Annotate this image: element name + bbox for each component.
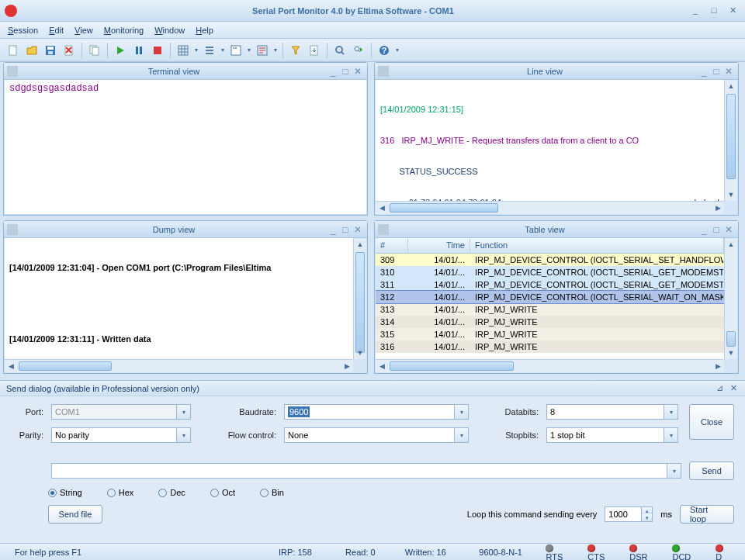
table-header[interactable]: # Time Function bbox=[376, 238, 724, 254]
dump-view-dropdown[interactable]: ▾ bbox=[272, 47, 279, 54]
table-row[interactable]: 31514/01/...IRP_MJ_WRITE bbox=[376, 328, 724, 340]
terminal-maximize[interactable]: □ bbox=[339, 66, 352, 77]
menu-window[interactable]: Window bbox=[154, 26, 185, 35]
table-row[interactable]: 31414/01/...IRP_MJ_WRITE bbox=[376, 316, 724, 328]
ms-label: ms bbox=[660, 510, 672, 519]
svg-rect-3 bbox=[48, 51, 53, 54]
table-hscroll[interactable]: ◀▶ bbox=[376, 359, 724, 372]
find-icon[interactable] bbox=[331, 42, 348, 59]
table-minimize[interactable]: _ bbox=[698, 224, 710, 235]
maximize-button[interactable]: □ bbox=[706, 5, 722, 16]
grid-view-dropdown[interactable]: ▾ bbox=[193, 47, 199, 54]
table-row[interactable]: 31214/01/...IRP_MJ_DEVICE_CONTROL (IOCTL… bbox=[376, 291, 724, 303]
flow-combo[interactable]: None▾ bbox=[284, 427, 469, 443]
open-icon[interactable] bbox=[23, 42, 40, 59]
send-button[interactable]: Send bbox=[689, 461, 734, 480]
col-func[interactable]: Function bbox=[470, 238, 724, 253]
dump-line1: [14/01/2009 12:31:04] - Open COM1 port (… bbox=[9, 263, 348, 272]
baud-combo[interactable]: 9600▾ bbox=[284, 404, 469, 420]
terminal-icon bbox=[7, 66, 18, 77]
menu-bar: Session Edit View Monitoring Window Help bbox=[0, 22, 745, 39]
new-icon[interactable] bbox=[5, 42, 22, 59]
line-maximize[interactable]: □ bbox=[710, 66, 722, 77]
filter-icon[interactable] bbox=[287, 42, 304, 59]
delete-icon[interactable] bbox=[61, 42, 78, 59]
save-icon[interactable] bbox=[42, 42, 59, 59]
dump-vscroll[interactable]: ▲▼ bbox=[353, 238, 366, 359]
send-command-input[interactable]: ▾ bbox=[51, 463, 681, 479]
table-vscroll[interactable]: ▲▼ bbox=[724, 238, 737, 359]
table-row[interactable]: 31614/01/...IRP_MJ_WRITE bbox=[376, 340, 724, 353]
export-icon[interactable] bbox=[306, 42, 323, 59]
dump-hscroll[interactable]: ◀▶ bbox=[5, 359, 353, 372]
close-window-button[interactable]: ✕ bbox=[725, 5, 740, 16]
radio-dec[interactable]: Dec bbox=[158, 488, 185, 497]
copy-icon[interactable] bbox=[86, 42, 103, 59]
table-row[interactable]: 31014/01/...IRP_MJ_DEVICE_CONTROL (IOCTL… bbox=[376, 266, 724, 278]
table-row[interactable]: 31114/01/...IRP_MJ_DEVICE_CONTROL (IOCTL… bbox=[376, 278, 724, 291]
list-view-icon[interactable] bbox=[201, 42, 218, 59]
dump-minimize[interactable]: _ bbox=[327, 224, 339, 235]
parity-combo[interactable]: No parity▾ bbox=[51, 427, 191, 443]
pause-icon[interactable] bbox=[130, 42, 147, 59]
radio-hex[interactable]: Hex bbox=[107, 488, 134, 497]
menu-view[interactable]: View bbox=[74, 26, 93, 35]
table-window: Table view _ □ ✕ # Time Function 30914/0… bbox=[374, 220, 739, 374]
menu-edit[interactable]: Edit bbox=[49, 26, 64, 35]
svg-rect-9 bbox=[154, 47, 161, 54]
status-written: Written: 16 bbox=[397, 548, 471, 557]
table-maximize[interactable]: □ bbox=[710, 224, 722, 235]
loop-interval-spinner[interactable]: 1000▲▼ bbox=[605, 506, 653, 522]
send-close-icon[interactable]: ✕ bbox=[728, 383, 739, 393]
terminal-minimize[interactable]: _ bbox=[327, 66, 339, 77]
dump-maximize[interactable]: □ bbox=[339, 224, 352, 235]
minimize-button[interactable]: _ bbox=[688, 5, 703, 16]
line-hscroll[interactable]: ◀▶ bbox=[376, 201, 724, 214]
line-icon bbox=[378, 66, 389, 77]
help-icon[interactable]: ? bbox=[376, 42, 393, 59]
svg-text:?: ? bbox=[382, 46, 387, 55]
list-view-dropdown[interactable]: ▾ bbox=[220, 47, 226, 54]
menu-monitoring[interactable]: Monitoring bbox=[104, 26, 144, 35]
grid-view-icon[interactable] bbox=[175, 42, 192, 59]
radio-oct[interactable]: Oct bbox=[210, 488, 235, 497]
table-row[interactable]: 31314/01/...IRP_MJ_WRITE bbox=[376, 303, 724, 316]
line-status: STATUS_SUCCESS bbox=[380, 167, 719, 176]
dump-view-icon[interactable] bbox=[254, 42, 271, 59]
col-time[interactable]: Time bbox=[408, 238, 470, 253]
radio-string[interactable]: String bbox=[48, 488, 82, 497]
start-loop-button[interactable]: Start loop bbox=[680, 505, 734, 524]
col-num[interactable]: # bbox=[376, 238, 408, 253]
send-pin-icon[interactable]: ⊿ bbox=[714, 383, 725, 393]
svg-rect-6 bbox=[92, 47, 99, 55]
stopbits-combo[interactable]: 1 stop bit▾ bbox=[546, 427, 678, 443]
menu-help[interactable]: Help bbox=[196, 26, 213, 35]
find-next-icon[interactable] bbox=[350, 42, 367, 59]
line-minimize[interactable]: _ bbox=[698, 66, 710, 77]
terminal-close[interactable]: ✕ bbox=[352, 66, 364, 77]
radio-bin[interactable]: Bin bbox=[260, 488, 284, 497]
menu-session[interactable]: Session bbox=[8, 26, 38, 35]
table-close[interactable]: ✕ bbox=[722, 224, 735, 235]
line-close[interactable]: ✕ bbox=[722, 66, 735, 77]
port-label: Port: bbox=[11, 407, 43, 417]
dump-close[interactable]: ✕ bbox=[352, 224, 364, 235]
app-icon bbox=[5, 5, 17, 17]
help-dropdown[interactable]: ▾ bbox=[394, 47, 400, 54]
play-icon[interactable] bbox=[112, 42, 129, 59]
terminal-view-icon[interactable] bbox=[227, 42, 244, 59]
line-title: Line view bbox=[392, 67, 698, 76]
table-title: Table view bbox=[392, 225, 698, 234]
port-combo[interactable]: COM1▾ bbox=[51, 404, 191, 420]
toolbar: ▾ ▾ ▾ ▾ ?▾ bbox=[0, 39, 745, 62]
flow-label: Flow control: bbox=[199, 430, 276, 440]
close-button[interactable]: Close bbox=[689, 404, 734, 440]
line-vscroll[interactable]: ▲▼ bbox=[724, 80, 737, 201]
stop-icon[interactable] bbox=[149, 42, 166, 59]
baud-label: Baudrate: bbox=[199, 407, 276, 417]
table-body[interactable]: 30914/01/...IRP_MJ_DEVICE_CONTROL (IOCTL… bbox=[376, 254, 724, 353]
terminal-view-dropdown[interactable]: ▾ bbox=[246, 47, 252, 54]
send-file-button[interactable]: Send file bbox=[48, 505, 102, 524]
table-row[interactable]: 30914/01/...IRP_MJ_DEVICE_CONTROL (IOCTL… bbox=[376, 254, 724, 266]
databits-combo[interactable]: 8▾ bbox=[546, 404, 678, 420]
